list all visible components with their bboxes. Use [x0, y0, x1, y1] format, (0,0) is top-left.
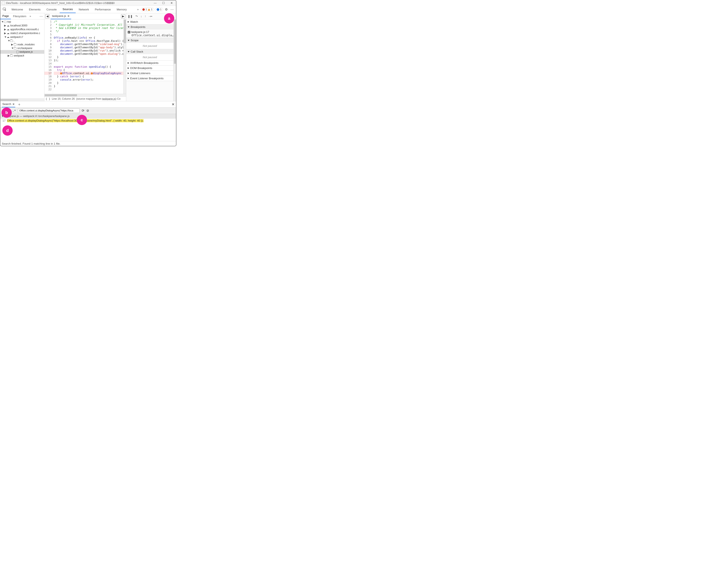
file-tree[interactable]: ▼top ▶☁localhost:3000 ▶☁appsforoffice.mi…	[0, 19, 44, 99]
drawer: Search✕ ＋ ✕ .* ⟳ ⊘ taskpane.js — webpack…	[0, 101, 176, 146]
xhr-breakpoints-header[interactable]: XHR/fetch Breakpoints	[126, 60, 174, 65]
top-tabs: Welcome Elements Console Sources Network…	[0, 6, 176, 13]
regex-toggle[interactable]: .*	[12, 109, 16, 112]
folder-icon	[10, 40, 13, 42]
tab-console[interactable]: Console	[44, 6, 60, 13]
tree-folder[interactable]: src/taskpane	[17, 47, 32, 50]
line-gutter[interactable]: 12345678910111213141516171819202122	[44, 19, 53, 94]
scope-not-paused: Not paused	[126, 43, 174, 49]
tree-folder[interactable]: .	[14, 39, 15, 42]
tree-domain[interactable]: localhost:3000	[10, 24, 27, 27]
breakpoint-item[interactable]: ✓taskpane.js:17 Office.context.ui.displa…	[126, 29, 174, 38]
tree-webpack[interactable]: webpack://	[10, 35, 23, 38]
cloud-icon: ☁	[7, 35, 9, 38]
more-menu-icon[interactable]: ⋯	[169, 8, 175, 11]
window-controls: — ☐ ✕	[153, 1, 175, 5]
checkbox-icon[interactable]: ✓	[128, 31, 130, 33]
clear-icon[interactable]: ⊘	[86, 109, 89, 113]
more-tabs-icon[interactable]: »	[136, 8, 140, 11]
search-input[interactable]	[18, 109, 80, 113]
search-status: Search finished. Found 1 matching line i…	[0, 141, 176, 146]
sidebar-more-icon[interactable]: »	[28, 15, 32, 18]
minimize-icon[interactable]: —	[153, 1, 157, 5]
main-area: Page Filesystem » ⋯ ▼top ▶☁localhost:300…	[0, 13, 176, 101]
editor-v-scrollbar[interactable]	[124, 19, 126, 94]
tree-domain[interactable]: appsforoffice.microsoft.c	[10, 28, 39, 31]
sidebar: Page Filesystem » ⋯ ▼top ▶☁localhost:300…	[0, 13, 44, 101]
tree-file-selected[interactable]: taskpane.js	[19, 50, 33, 53]
source-map-link[interactable]: taskpane.js	[102, 97, 115, 100]
dom-breakpoints-header[interactable]: DOM Breakpoints	[126, 66, 174, 71]
search-result-file[interactable]: taskpane.js — webpack:///./src/taskpane/…	[0, 114, 176, 118]
event-listener-bp-header[interactable]: Event Listener Breakpoints	[126, 76, 174, 81]
sidebar-tab-page[interactable]: Page	[0, 13, 11, 19]
step-out-icon[interactable]: ↑	[145, 15, 146, 18]
editor-tabs: ◀ taskpane.js ✕ ▶	[44, 13, 126, 19]
inspect-element-icon[interactable]	[2, 7, 7, 12]
step-icon[interactable]: ⇢•	[149, 15, 152, 18]
step-over-icon[interactable]: ↷	[135, 15, 138, 18]
annotation-marker-d: d	[2, 125, 12, 136]
tab-elements[interactable]: Elements	[26, 6, 44, 13]
cursor-position: Line 19, Column 26	[52, 97, 75, 101]
close-drawer-icon[interactable]: ✕	[172, 102, 175, 107]
refresh-icon[interactable]: ⟳	[82, 109, 84, 113]
annotation-marker-b: b	[1, 108, 12, 118]
code-area[interactable]: /* * Copyright (c) Microsoft Corporation…	[53, 19, 124, 94]
tab-welcome[interactable]: Welcome	[8, 6, 26, 13]
close-tab-icon[interactable]: ✕	[67, 15, 70, 18]
editor-body[interactable]: 12345678910111213141516171819202122 /* *…	[44, 19, 126, 94]
tab-sources[interactable]: Sources	[60, 6, 76, 13]
annotation-marker-a: a	[164, 13, 174, 24]
callstack-header[interactable]: Call Stack	[126, 49, 174, 54]
cloud-icon: ☁	[7, 24, 9, 27]
sidebar-h-scrollbar[interactable]	[0, 99, 44, 101]
close-icon[interactable]: ✕	[170, 1, 174, 5]
editor-tab-taskpane[interactable]: taskpane.js ✕	[51, 13, 71, 19]
debug-pane: ❚❚ ↷ ↓ ↑ ⇢• Watch Breakpoints ✓taskpane.…	[126, 13, 176, 101]
tree-folder[interactable]: node_modules	[17, 43, 35, 46]
new-tab-icon[interactable]: ＋	[17, 102, 21, 107]
drawer-tab-search[interactable]: Search✕	[2, 101, 15, 107]
close-tab-icon[interactable]: ✕	[12, 103, 15, 106]
tab-network[interactable]: Network	[76, 6, 92, 13]
breakpoints-header[interactable]: Breakpoints	[126, 25, 174, 29]
window-title: DevTools - localhost:3000/taskpane.html?…	[6, 1, 114, 5]
editor-h-scrollbar[interactable]	[44, 94, 126, 96]
scope-header[interactable]: Scope	[126, 38, 174, 43]
step-into-icon[interactable]: ↓	[140, 15, 142, 18]
folder-icon	[14, 47, 17, 49]
tree-top[interactable]: top	[7, 20, 11, 23]
search-bar: .* ⟳ ⊘	[0, 108, 176, 114]
sidebar-tab-filesystem[interactable]: Filesystem	[11, 13, 28, 19]
file-icon	[17, 51, 19, 53]
sidebar-tabs: Page Filesystem » ⋯	[0, 13, 44, 19]
drawer-tabs: Search✕ ＋ ✕	[0, 101, 176, 108]
debug-v-scrollbar[interactable]	[174, 19, 176, 101]
tree-domain[interactable]: static2.sharepointonline.c	[10, 32, 40, 35]
titlebar: DevTools - localhost:3000/taskpane.html?…	[0, 0, 176, 6]
search-result-line[interactable]: 17 Office.context.ui.displayDialogAsync(…	[0, 118, 176, 123]
error-warning-counter[interactable]: 1 1	[141, 8, 154, 11]
editor-status-bar: { } Line 19, Column 26 (source mapped fr…	[44, 96, 126, 101]
global-listeners-header[interactable]: Global Listeners	[126, 71, 174, 76]
folder-icon	[14, 44, 17, 46]
nav-back-icon[interactable]: ◀	[45, 14, 49, 18]
warning-icon	[148, 8, 150, 10]
settings-icon[interactable]: ⚙	[164, 8, 169, 11]
info-counter[interactable]: 1	[155, 8, 163, 11]
breakpoint-column-icon[interactable]	[91, 73, 93, 75]
maximize-icon[interactable]: ☐	[162, 1, 165, 5]
source-editor: ◀ taskpane.js ✕ ▶ 1234567891011121314151…	[44, 13, 126, 101]
sidebar-menu-icon[interactable]: ⋯	[38, 15, 44, 18]
annotation-marker-c: c	[77, 115, 87, 125]
pause-icon[interactable]: ❚❚	[128, 15, 133, 18]
cloud-icon: ☁	[7, 32, 9, 35]
nav-forward-icon[interactable]: ▶	[121, 14, 125, 18]
breakpoint-column-icon[interactable]	[60, 73, 62, 75]
tab-memory[interactable]: Memory	[114, 6, 130, 13]
tree-folder[interactable]: webpack	[14, 54, 24, 57]
tab-performance[interactable]: Performance	[92, 6, 114, 13]
info-icon	[157, 8, 159, 11]
pretty-print-icon[interactable]: { }	[46, 97, 50, 101]
